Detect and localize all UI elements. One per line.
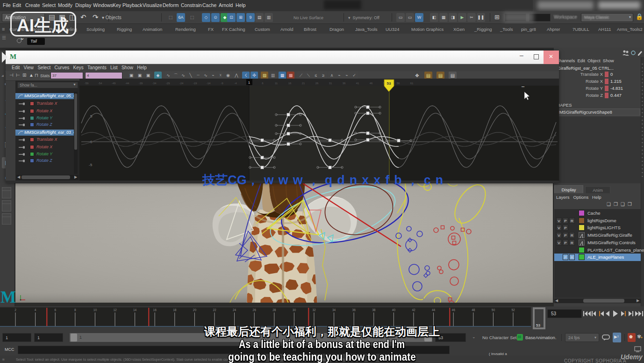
svg-text:-19: -19 [193, 82, 197, 85]
svg-text:36: 36 [343, 82, 346, 85]
svg-text:-54: -54 [98, 82, 102, 85]
svg-text:21: 21 [302, 82, 305, 85]
svg-text:61: 61 [410, 82, 414, 85]
svg-text:-39: -39 [139, 82, 143, 85]
svg-text:26: 26 [315, 82, 319, 85]
svg-text:12: 12 [113, 308, 117, 312]
svg-text:18: 18 [173, 308, 177, 312]
svg-text:50: 50 [492, 308, 495, 312]
svg-text:26: 26 [253, 308, 257, 312]
svg-text:11: 11 [275, 82, 278, 85]
svg-text:52: 52 [511, 308, 515, 312]
svg-text:22: 22 [213, 308, 216, 312]
svg-text:-5: -5 [89, 163, 93, 167]
svg-text:46: 46 [370, 82, 373, 85]
svg-text:20: 20 [193, 308, 197, 312]
svg-text:44: 44 [432, 308, 436, 312]
svg-text:38: 38 [372, 308, 376, 312]
svg-text:-44: -44 [125, 82, 129, 85]
svg-text:36: 36 [352, 308, 356, 312]
svg-text:34: 34 [332, 308, 336, 312]
svg-text:16: 16 [288, 82, 292, 85]
svg-text:16: 16 [153, 308, 157, 312]
svg-text:2: 2 [14, 308, 16, 312]
svg-text:41: 41 [356, 82, 359, 85]
svg-text:48: 48 [472, 308, 475, 312]
svg-text:-9: -9 [221, 82, 223, 85]
svg-text:-59: -59 [85, 82, 89, 85]
svg-text:–: – [522, 83, 525, 89]
svg-text:8: 8 [74, 308, 76, 312]
svg-text:53: 53 [387, 81, 391, 86]
svg-text:30: 30 [293, 308, 296, 312]
svg-text:24: 24 [233, 308, 236, 312]
svg-text:-29: -29 [166, 82, 170, 85]
svg-text:42: 42 [412, 308, 415, 312]
svg-text:4: 4 [35, 308, 36, 312]
svg-text:-49: -49 [112, 82, 116, 85]
svg-text:28: 28 [272, 308, 276, 312]
svg-text:-14: -14 [207, 82, 211, 85]
svg-text:-4: -4 [234, 82, 237, 85]
svg-text:6: 6 [54, 308, 56, 312]
svg-text:-34: -34 [152, 82, 157, 85]
svg-text:31: 31 [329, 82, 332, 85]
svg-text:-24: -24 [179, 82, 184, 85]
svg-text:56: 56 [397, 82, 400, 85]
svg-text:32: 32 [312, 308, 316, 312]
svg-text:1: 1 [248, 80, 250, 85]
svg-text:46: 46 [452, 308, 456, 312]
svg-text:40: 40 [392, 308, 396, 312]
svg-text:10: 10 [93, 308, 97, 312]
svg-text:14: 14 [133, 308, 137, 312]
